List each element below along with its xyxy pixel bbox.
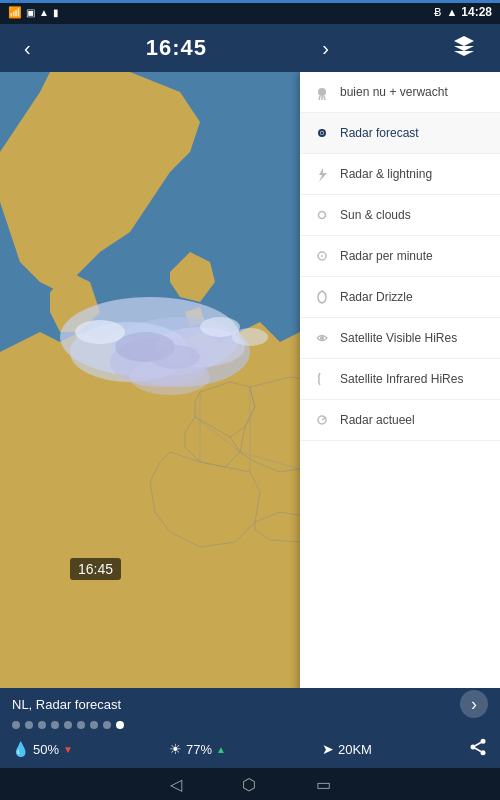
menu-item-sat-infrared[interactable]: Satellite Infrared HiRes [300, 359, 500, 400]
sun-stat-value: 77% [186, 742, 212, 757]
svg-point-26 [150, 345, 200, 369]
rain-stat-value: 50% [33, 742, 59, 757]
stats-row: 💧 50% ▼ ☀ 77% ▲ ➤ 20KM [0, 734, 500, 764]
nav-forward-button[interactable]: › [314, 29, 337, 68]
top-nav-bar: ‹ 16:45 › [0, 24, 500, 72]
sun-stat: ☀ 77% ▲ [169, 741, 226, 757]
status-icons-right: Ƀ ▲ 14:28 [434, 5, 492, 19]
timeline-dot-8[interactable] [116, 721, 124, 729]
timeline-dot-2[interactable] [38, 721, 46, 729]
svg-line-42 [475, 748, 481, 751]
battery-icon: ▮ [53, 7, 59, 18]
sun-stat-icon: ☀ [169, 741, 182, 757]
svg-point-39 [480, 738, 485, 743]
svg-point-29 [232, 328, 268, 346]
svg-point-27 [75, 320, 125, 344]
svg-point-37 [320, 336, 324, 340]
status-time: 14:28 [461, 5, 492, 19]
share-button[interactable] [468, 737, 488, 762]
sys-home-button[interactable]: ⬡ [242, 775, 256, 794]
menu-item-label-radar-lightning: Radar & lightning [340, 167, 432, 181]
main-content: 16:45 buien nu + verwachtRadar forecastR… [0, 72, 500, 720]
svg-point-36 [321, 255, 323, 257]
svg-point-30 [318, 88, 326, 96]
svg-point-32 [321, 132, 324, 135]
satellite-icon [312, 328, 332, 348]
timeline-dot-1[interactable] [25, 721, 33, 729]
menu-item-label-radar-minute: Radar per minute [340, 249, 433, 263]
wind-stat-icon: ➤ [322, 741, 334, 757]
menu-item-label-radar-forecast: Radar forecast [340, 126, 419, 140]
wifi-icon: ▲ [446, 6, 457, 18]
infrared-icon [312, 369, 332, 389]
menu-item-sun-clouds[interactable]: Sun & clouds [300, 195, 500, 236]
rain-stat-trend: ▼ [63, 744, 73, 755]
wind-stat-value: 20KM [338, 742, 372, 757]
timeline-dot-5[interactable] [77, 721, 85, 729]
time-indicator-line [0, 0, 500, 3]
menu-item-radar-forecast[interactable]: Radar forecast [300, 113, 500, 154]
lightning-icon [312, 164, 332, 184]
bottom-title-row: NL, Radar forecast › [0, 688, 500, 716]
wifi-alt-icon: ▣ [26, 7, 35, 18]
map-timestamp: 16:45 [70, 558, 121, 580]
radar2-icon [312, 410, 332, 430]
sun-stat-trend: ▲ [216, 744, 226, 755]
menu-item-sat-visible[interactable]: Satellite Visible HiRes [300, 318, 500, 359]
timeline-dot-7[interactable] [103, 721, 111, 729]
svg-point-41 [480, 750, 485, 755]
svg-point-34 [319, 212, 326, 219]
timeline-dot-3[interactable] [51, 721, 59, 729]
bluetooth-icon: Ƀ [434, 6, 442, 19]
drop-icon [312, 123, 332, 143]
menu-item-buien[interactable]: buien nu + verwacht [300, 72, 500, 113]
nav-back-button[interactable]: ‹ [16, 29, 39, 68]
sun-icon [312, 205, 332, 225]
nav-time: 16:45 [146, 35, 207, 61]
menu-item-radar-drizzle[interactable]: Radar Drizzle [300, 277, 500, 318]
status-icons-left: 📶 ▣ ▲ ▮ [8, 6, 59, 19]
sys-back-button[interactable]: ◁ [170, 775, 182, 794]
dropdown-menu: buien nu + verwachtRadar forecastRadar &… [300, 72, 500, 720]
signal-icon: ▲ [39, 7, 49, 18]
radar-icon [312, 246, 332, 266]
rain-stat: 💧 50% ▼ [12, 741, 73, 757]
menu-item-radar-actueel[interactable]: Radar actueel [300, 400, 500, 441]
rain-icon [312, 82, 332, 102]
dots-row [0, 716, 500, 734]
wind-stat: ➤ 20KM [322, 741, 372, 757]
menu-item-label-buien: buien nu + verwacht [340, 85, 448, 99]
sim-icon: 📶 [8, 6, 22, 19]
timeline-dot-6[interactable] [90, 721, 98, 729]
bottom-next-button[interactable]: › [460, 690, 488, 718]
bottom-bar: NL, Radar forecast › 💧 50% ▼ ☀ 77% ▲ ➤ 2… [0, 688, 500, 768]
sys-recent-button[interactable]: ▭ [316, 775, 331, 794]
layers-icon[interactable] [444, 26, 484, 71]
menu-item-label-radar-drizzle: Radar Drizzle [340, 290, 413, 304]
menu-item-radar-lightning[interactable]: Radar & lightning [300, 154, 500, 195]
svg-line-43 [475, 742, 481, 745]
menu-item-label-radar-actueel: Radar actueel [340, 413, 415, 427]
drizzle-icon [312, 287, 332, 307]
bottom-title: NL, Radar forecast [12, 697, 121, 712]
rain-stat-icon: 💧 [12, 741, 29, 757]
menu-item-label-sat-visible: Satellite Visible HiRes [340, 331, 457, 345]
status-bar: 📶 ▣ ▲ ▮ Ƀ ▲ 14:28 [0, 0, 500, 24]
timeline-dot-0[interactable] [12, 721, 20, 729]
system-nav-bar: ◁ ⬡ ▭ [0, 768, 500, 800]
menu-item-label-sun-clouds: Sun & clouds [340, 208, 411, 222]
svg-marker-33 [319, 168, 327, 182]
menu-item-label-sat-infrared: Satellite Infrared HiRes [340, 372, 463, 386]
timeline-dot-4[interactable] [64, 721, 72, 729]
menu-item-radar-minute[interactable]: Radar per minute [300, 236, 500, 277]
svg-point-40 [470, 744, 475, 749]
